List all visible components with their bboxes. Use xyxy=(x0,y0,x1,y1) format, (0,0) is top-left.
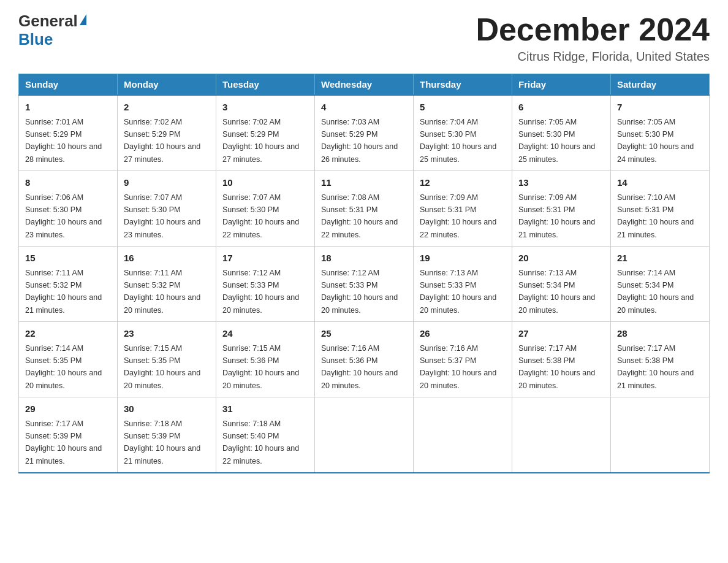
day-cell: 17 Sunrise: 7:12 AMSunset: 5:33 PMDaylig… xyxy=(216,247,315,322)
day-info: Sunrise: 7:09 AMSunset: 5:31 PMDaylight:… xyxy=(518,193,595,239)
day-cell: 5 Sunrise: 7:04 AMSunset: 5:30 PMDayligh… xyxy=(414,95,512,171)
day-number: 24 xyxy=(222,327,308,341)
month-title: December 2024 xyxy=(476,12,710,47)
logo-triangle-icon xyxy=(80,14,86,25)
day-info: Sunrise: 7:17 AMSunset: 5:39 PMDaylight:… xyxy=(25,419,102,465)
day-cell xyxy=(611,397,710,473)
day-cell: 23 Sunrise: 7:15 AMSunset: 5:35 PMDaylig… xyxy=(118,322,216,397)
header: General Blue December 2024 Citrus Ridge,… xyxy=(18,12,710,64)
day-info: Sunrise: 7:16 AMSunset: 5:37 PMDaylight:… xyxy=(420,344,496,390)
day-cell xyxy=(414,397,512,473)
day-info: Sunrise: 7:05 AMSunset: 5:30 PMDaylight:… xyxy=(617,118,694,164)
day-number: 21 xyxy=(617,251,703,266)
day-info: Sunrise: 7:15 AMSunset: 5:36 PMDaylight:… xyxy=(222,344,299,390)
day-cell: 22 Sunrise: 7:14 AMSunset: 5:35 PMDaylig… xyxy=(19,322,118,397)
day-cell: 8 Sunrise: 7:06 AMSunset: 5:30 PMDayligh… xyxy=(19,171,118,247)
day-number: 15 xyxy=(25,251,111,266)
header-row: SundayMondayTuesdayWednesdayThursdayFrid… xyxy=(19,74,710,96)
day-info: Sunrise: 7:03 AMSunset: 5:29 PMDaylight:… xyxy=(321,118,398,164)
day-info: Sunrise: 7:09 AMSunset: 5:31 PMDaylight:… xyxy=(420,193,496,239)
day-cell: 14 Sunrise: 7:10 AMSunset: 5:31 PMDaylig… xyxy=(611,171,710,247)
col-header-wednesday: Wednesday xyxy=(315,74,414,96)
day-info: Sunrise: 7:07 AMSunset: 5:30 PMDaylight:… xyxy=(222,193,299,239)
day-number: 23 xyxy=(124,327,210,341)
day-number: 31 xyxy=(222,402,308,416)
day-info: Sunrise: 7:12 AMSunset: 5:33 PMDaylight:… xyxy=(321,269,398,315)
day-number: 6 xyxy=(518,101,604,115)
day-number: 29 xyxy=(25,402,111,416)
day-info: Sunrise: 7:13 AMSunset: 5:33 PMDaylight:… xyxy=(420,269,496,315)
location-subtitle: Citrus Ridge, Florida, United States xyxy=(476,50,710,64)
day-info: Sunrise: 7:18 AMSunset: 5:39 PMDaylight:… xyxy=(124,419,200,465)
day-cell: 10 Sunrise: 7:07 AMSunset: 5:30 PMDaylig… xyxy=(216,171,315,247)
day-info: Sunrise: 7:15 AMSunset: 5:35 PMDaylight:… xyxy=(124,344,200,390)
day-number: 10 xyxy=(222,176,308,190)
day-info: Sunrise: 7:05 AMSunset: 5:30 PMDaylight:… xyxy=(518,118,595,164)
day-number: 7 xyxy=(617,101,703,115)
day-cell: 7 Sunrise: 7:05 AMSunset: 5:30 PMDayligh… xyxy=(611,95,710,171)
day-number: 9 xyxy=(124,176,210,190)
day-cell: 4 Sunrise: 7:03 AMSunset: 5:29 PMDayligh… xyxy=(315,95,414,171)
day-cell: 27 Sunrise: 7:17 AMSunset: 5:38 PMDaylig… xyxy=(512,322,611,397)
day-cell: 24 Sunrise: 7:15 AMSunset: 5:36 PMDaylig… xyxy=(216,322,315,397)
day-cell: 6 Sunrise: 7:05 AMSunset: 5:30 PMDayligh… xyxy=(512,95,611,171)
day-info: Sunrise: 7:02 AMSunset: 5:29 PMDaylight:… xyxy=(222,118,299,164)
day-cell: 18 Sunrise: 7:12 AMSunset: 5:33 PMDaylig… xyxy=(315,247,414,322)
day-cell: 19 Sunrise: 7:13 AMSunset: 5:33 PMDaylig… xyxy=(414,247,512,322)
day-number: 13 xyxy=(518,176,604,190)
day-cell: 30 Sunrise: 7:18 AMSunset: 5:39 PMDaylig… xyxy=(118,397,216,473)
day-info: Sunrise: 7:12 AMSunset: 5:33 PMDaylight:… xyxy=(222,269,299,315)
day-number: 14 xyxy=(617,176,703,190)
day-cell: 11 Sunrise: 7:08 AMSunset: 5:31 PMDaylig… xyxy=(315,171,414,247)
day-number: 26 xyxy=(420,327,506,341)
col-header-tuesday: Tuesday xyxy=(216,74,315,96)
day-cell: 9 Sunrise: 7:07 AMSunset: 5:30 PMDayligh… xyxy=(118,171,216,247)
day-info: Sunrise: 7:18 AMSunset: 5:40 PMDaylight:… xyxy=(222,419,299,465)
day-cell xyxy=(512,397,611,473)
col-header-monday: Monday xyxy=(118,74,216,96)
col-header-friday: Friday xyxy=(512,74,611,96)
day-number: 19 xyxy=(420,251,506,266)
col-header-thursday: Thursday xyxy=(414,74,512,96)
day-info: Sunrise: 7:17 AMSunset: 5:38 PMDaylight:… xyxy=(617,344,694,390)
col-header-sunday: Sunday xyxy=(19,74,118,96)
logo-general-text: General xyxy=(18,12,78,30)
day-info: Sunrise: 7:04 AMSunset: 5:30 PMDaylight:… xyxy=(420,118,496,164)
day-number: 4 xyxy=(321,101,407,115)
week-row-2: 8 Sunrise: 7:06 AMSunset: 5:30 PMDayligh… xyxy=(19,171,710,247)
calendar-table: SundayMondayTuesdayWednesdayThursdayFrid… xyxy=(18,74,710,473)
day-number: 17 xyxy=(222,251,308,266)
day-cell: 1 Sunrise: 7:01 AMSunset: 5:29 PMDayligh… xyxy=(19,95,118,171)
day-info: Sunrise: 7:10 AMSunset: 5:31 PMDaylight:… xyxy=(617,193,694,239)
day-number: 12 xyxy=(420,176,506,190)
day-number: 1 xyxy=(25,101,111,115)
day-number: 27 xyxy=(518,327,604,341)
day-info: Sunrise: 7:16 AMSunset: 5:36 PMDaylight:… xyxy=(321,344,398,390)
day-cell: 31 Sunrise: 7:18 AMSunset: 5:40 PMDaylig… xyxy=(216,397,315,473)
day-number: 22 xyxy=(25,327,111,341)
day-info: Sunrise: 7:14 AMSunset: 5:35 PMDaylight:… xyxy=(25,344,102,390)
day-number: 30 xyxy=(124,402,210,416)
day-cell: 13 Sunrise: 7:09 AMSunset: 5:31 PMDaylig… xyxy=(512,171,611,247)
day-number: 5 xyxy=(420,101,506,115)
day-number: 16 xyxy=(124,251,210,266)
day-number: 2 xyxy=(124,101,210,115)
day-number: 28 xyxy=(617,327,703,341)
day-cell: 3 Sunrise: 7:02 AMSunset: 5:29 PMDayligh… xyxy=(216,95,315,171)
week-row-3: 15 Sunrise: 7:11 AMSunset: 5:32 PMDaylig… xyxy=(19,247,710,322)
title-area: December 2024 Citrus Ridge, Florida, Uni… xyxy=(476,12,710,64)
day-info: Sunrise: 7:13 AMSunset: 5:34 PMDaylight:… xyxy=(518,269,595,315)
day-cell: 16 Sunrise: 7:11 AMSunset: 5:32 PMDaylig… xyxy=(118,247,216,322)
day-number: 18 xyxy=(321,251,407,266)
day-number: 3 xyxy=(222,101,308,115)
day-info: Sunrise: 7:11 AMSunset: 5:32 PMDaylight:… xyxy=(25,269,102,315)
week-row-5: 29 Sunrise: 7:17 AMSunset: 5:39 PMDaylig… xyxy=(19,397,710,473)
day-info: Sunrise: 7:01 AMSunset: 5:29 PMDaylight:… xyxy=(25,118,102,164)
day-cell: 15 Sunrise: 7:11 AMSunset: 5:32 PMDaylig… xyxy=(19,247,118,322)
week-row-1: 1 Sunrise: 7:01 AMSunset: 5:29 PMDayligh… xyxy=(19,95,710,171)
day-number: 11 xyxy=(321,176,407,190)
day-cell: 28 Sunrise: 7:17 AMSunset: 5:38 PMDaylig… xyxy=(611,322,710,397)
col-header-saturday: Saturday xyxy=(611,74,710,96)
week-row-4: 22 Sunrise: 7:14 AMSunset: 5:35 PMDaylig… xyxy=(19,322,710,397)
day-cell: 29 Sunrise: 7:17 AMSunset: 5:39 PMDaylig… xyxy=(19,397,118,473)
